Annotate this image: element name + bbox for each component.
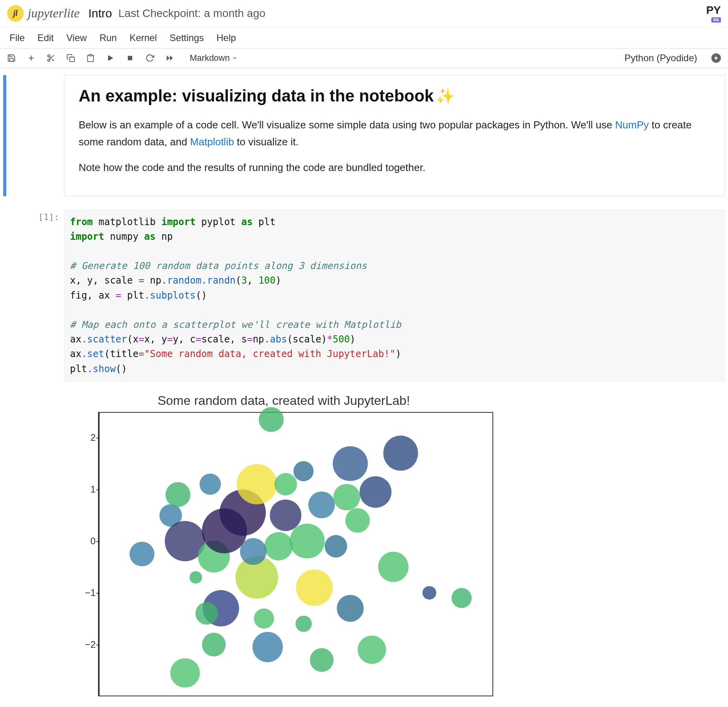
celltype-label: Markdown xyxy=(190,53,230,63)
chart-bubble xyxy=(358,636,386,664)
svg-marker-9 xyxy=(108,55,113,61)
y-tick: −1 xyxy=(85,587,96,598)
y-axis: −2−1012 xyxy=(75,412,97,696)
y-tick: 2 xyxy=(91,432,96,443)
y-tick: 0 xyxy=(91,536,96,547)
svg-rect-7 xyxy=(70,57,74,62)
chart-bubble xyxy=(200,474,221,495)
chart-bubble xyxy=(337,595,364,622)
svg-rect-8 xyxy=(89,55,92,56)
md-heading-text: An example: visualizing data in the note… xyxy=(79,86,434,105)
code-cell-body[interactable]: from matplotlib import pyplot as plt imp… xyxy=(64,210,725,382)
python-badge: PY WA xyxy=(706,4,721,23)
fast-forward-icon[interactable] xyxy=(165,54,174,62)
chart-bubble xyxy=(254,609,274,629)
titlebar: jl jupyterlite Intro Last Checkpoint: a … xyxy=(0,0,728,27)
svg-line-6 xyxy=(49,56,51,58)
markdown-cell-body[interactable]: An example: visualizing data in the note… xyxy=(64,75,725,196)
cut-icon[interactable] xyxy=(47,54,55,62)
menu-run[interactable]: Run xyxy=(100,32,117,43)
copy-icon[interactable] xyxy=(66,54,75,62)
chart-bubble xyxy=(237,464,277,504)
chart-bubble xyxy=(240,538,267,565)
restart-icon[interactable] xyxy=(145,54,154,62)
chart-bubble xyxy=(452,588,472,608)
menu-file[interactable]: File xyxy=(9,32,25,43)
chart-bubble xyxy=(294,461,314,481)
sparkle-icon: ✨ xyxy=(436,87,455,105)
cell-selection-bar xyxy=(3,75,6,196)
chart-bubble xyxy=(333,484,360,511)
chart-bubble xyxy=(296,570,332,606)
add-cell-icon[interactable] xyxy=(27,54,36,62)
chart-bubble xyxy=(345,508,370,533)
menubar: File Edit View Run Kernel Settings Help xyxy=(0,27,728,49)
chart-title: Some random data, created with JupyterLa… xyxy=(74,393,493,408)
app-logo-icon: jl xyxy=(7,5,24,22)
chart-bubble xyxy=(253,632,283,662)
chart-bubble xyxy=(166,482,190,507)
chart-bubble xyxy=(310,648,334,672)
app-logo-text: jupyterlite xyxy=(28,6,80,21)
chart-bubble xyxy=(274,473,297,495)
chart-bubble xyxy=(308,492,335,519)
notebook-title[interactable]: Intro xyxy=(89,7,112,20)
chart-bubble xyxy=(202,633,226,656)
cell-gutter xyxy=(3,210,6,382)
menu-view[interactable]: View xyxy=(66,32,87,43)
chart-bubble xyxy=(324,535,347,558)
toolbar: Markdown Python (Pyodide) xyxy=(0,49,728,68)
md-heading: An example: visualizing data in the note… xyxy=(79,86,710,105)
numpy-link[interactable]: NumPy xyxy=(615,119,649,131)
svg-line-5 xyxy=(52,59,54,61)
celltype-dropdown[interactable]: Markdown xyxy=(190,53,238,63)
matplotlib-link[interactable]: Matplotlib xyxy=(190,136,234,148)
svg-point-2 xyxy=(48,55,50,57)
y-tick: −2 xyxy=(85,639,96,650)
checkpoint-label: Last Checkpoint: a month ago xyxy=(119,7,266,20)
chart-bubble xyxy=(195,602,218,625)
svg-point-3 xyxy=(48,59,50,62)
wa-badge: WA xyxy=(711,17,721,23)
chevron-down-icon xyxy=(232,55,238,61)
py-label: PY xyxy=(706,4,721,17)
paste-icon[interactable] xyxy=(86,54,95,62)
md-paragraph-2: Note how the code and the results of run… xyxy=(79,159,710,176)
stop-icon[interactable] xyxy=(126,54,134,62)
menu-kernel[interactable]: Kernel xyxy=(130,32,157,43)
code-cell[interactable]: [1]: from matplotlib import pyplot as pl… xyxy=(3,210,725,382)
menu-edit[interactable]: Edit xyxy=(38,32,54,43)
prompt-col xyxy=(9,75,64,196)
kernel-name[interactable]: Python (Pyodide) xyxy=(624,53,697,64)
markdown-cell[interactable]: An example: visualizing data in the note… xyxy=(3,75,725,196)
chart-bubble xyxy=(360,476,392,508)
save-icon[interactable] xyxy=(7,54,16,62)
menu-help[interactable]: Help xyxy=(217,32,236,43)
input-prompt: [1]: xyxy=(9,210,64,382)
chart-bubble xyxy=(378,552,409,582)
notebook-area: An example: visualizing data in the note… xyxy=(0,68,728,707)
svg-marker-11 xyxy=(167,56,170,61)
chart-bubble xyxy=(264,532,292,560)
chart-plot-area: −2−1012 xyxy=(98,412,493,696)
chart-bubble xyxy=(130,542,155,566)
svg-rect-10 xyxy=(128,56,132,60)
menu-settings[interactable]: Settings xyxy=(170,32,204,43)
run-icon[interactable] xyxy=(106,54,115,62)
scatter-chart: Some random data, created with JupyterLa… xyxy=(74,393,493,696)
y-tick: 1 xyxy=(91,484,96,495)
md-paragraph-1: Below is an example of a code cell. We'l… xyxy=(79,117,710,150)
kernel-status-icon[interactable] xyxy=(711,53,721,63)
cell-output: Some random data, created with JupyterLa… xyxy=(3,393,725,696)
chart-bubble xyxy=(259,407,284,432)
svg-marker-12 xyxy=(170,56,173,61)
